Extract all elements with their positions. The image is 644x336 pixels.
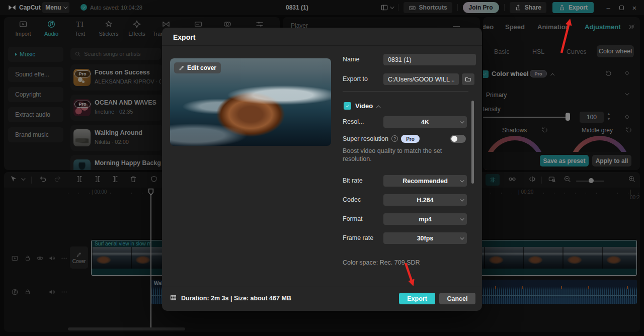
- codec-label: Codec: [343, 196, 361, 203]
- format-label: Format: [343, 215, 363, 222]
- resolution-label: Resol...: [343, 118, 364, 125]
- folder-icon: [465, 76, 471, 82]
- name-field[interactable]: 0831 (1): [383, 54, 476, 65]
- divider: [162, 45, 482, 46]
- video-section-label: Video: [355, 102, 373, 110]
- export-to-field[interactable]: C:/Users/GOOD WILL ...: [383, 73, 459, 85]
- super-resolution-description: Boost video quality to match the set res…: [343, 147, 459, 163]
- format-value: mp4: [419, 216, 432, 223]
- collapse-chevron-icon[interactable]: [376, 105, 380, 109]
- name-label: Name: [343, 56, 359, 63]
- pro-badge: Pro: [401, 135, 420, 143]
- export-to-value: C:/Users/GOOD WILL ...: [388, 76, 454, 83]
- dialog-scrollbar[interactable]: [471, 101, 474, 184]
- framerate-dropdown[interactable]: 30fps: [383, 232, 467, 244]
- framerate-label: Frame rate: [343, 234, 373, 241]
- export-dialog: Export Edit cover Name 0831 (1) Export t…: [162, 28, 482, 311]
- resolution-value: 4K: [421, 119, 429, 126]
- edit-cover-button[interactable]: Edit cover: [174, 62, 221, 73]
- super-resolution-toggle[interactable]: [450, 135, 466, 143]
- name-value: 0831 (1): [388, 56, 412, 63]
- browse-folder-button[interactable]: [462, 73, 474, 85]
- divider: [162, 287, 482, 287]
- export-confirm-button[interactable]: Export: [399, 293, 435, 304]
- duration-size-text: Duration: 2m 3s | Size: about 467 MB: [181, 295, 291, 302]
- film-icon: [170, 294, 177, 301]
- pencil-icon: [179, 65, 185, 71]
- export-to-label: Export to: [343, 75, 368, 82]
- color-space-text: Color space: Rec. 709 SDR: [343, 259, 420, 266]
- dialog-title: Export: [173, 33, 195, 41]
- chevron-down-icon: [460, 178, 464, 182]
- chevron-down-icon: [460, 216, 464, 220]
- codec-dropdown[interactable]: H.264: [383, 194, 467, 206]
- format-dropdown[interactable]: mp4: [383, 213, 467, 225]
- framerate-value: 30fps: [417, 235, 434, 242]
- bitrate-dropdown[interactable]: Recommended: [383, 175, 467, 187]
- edit-cover-label: Edit cover: [187, 64, 216, 71]
- divider: [343, 91, 468, 92]
- super-resolution-label: Super resolution: [343, 135, 388, 142]
- video-section-checkbox[interactable]: [344, 102, 351, 110]
- chevron-down-icon: [460, 119, 464, 123]
- capcut-window: CapCut Menu Auto saved: 10:04:28 0831 (1…: [0, 0, 644, 336]
- help-question-icon[interactable]: ?: [391, 135, 398, 142]
- bitrate-label: Bit rate: [343, 177, 363, 184]
- chevron-down-icon: [460, 197, 464, 201]
- resolution-dropdown[interactable]: 4K: [383, 116, 467, 128]
- bitrate-value: Recommended: [403, 178, 448, 185]
- chevron-down-icon: [460, 235, 464, 239]
- export-cover-preview: Edit cover: [170, 58, 331, 146]
- cancel-button[interactable]: Cancel: [439, 293, 475, 304]
- codec-value: H.264: [417, 197, 433, 204]
